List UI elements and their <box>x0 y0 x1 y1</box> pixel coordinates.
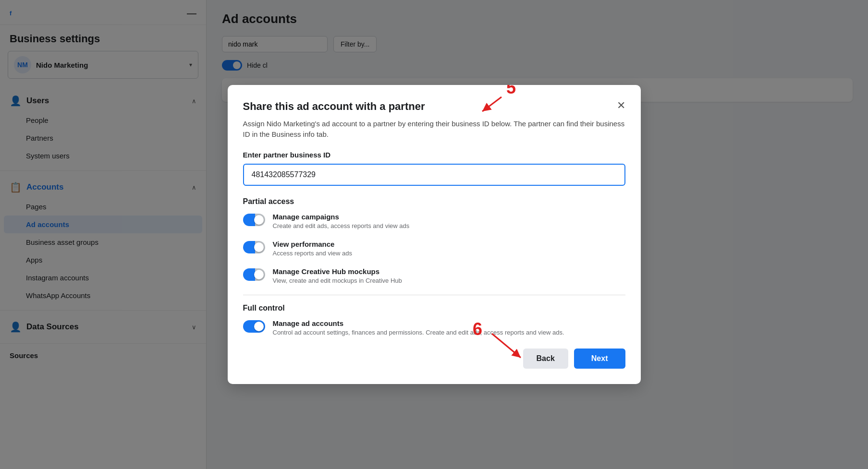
modal-description: Assign Nido Marketing's ad account to a … <box>243 119 625 140</box>
manage-campaigns-name: Manage campaigns <box>273 213 625 221</box>
manage-ad-accounts-toggle[interactable] <box>243 320 265 333</box>
partner-id-input[interactable] <box>243 164 625 186</box>
modal-overlay: 5 6 Share this ad account with a partner… <box>0 0 868 469</box>
modal-header: Share this ad account with a partner ✕ <box>243 100 625 113</box>
manage-creative-hub-text: Manage Creative Hub mockups View, create… <box>273 267 625 285</box>
back-button[interactable]: Back <box>523 349 568 369</box>
next-button[interactable]: Next <box>574 349 625 369</box>
manage-ad-accounts-desc: Control ad account settings, finances an… <box>273 328 625 337</box>
manage-campaigns-item: Manage campaigns Create and edit ads, ac… <box>243 213 625 230</box>
manage-ad-accounts-text: Manage ad accounts Control ad account se… <box>273 319 625 337</box>
partner-id-label: Enter partner business ID <box>243 151 625 159</box>
modal-footer: Back Next <box>243 349 625 369</box>
view-performance-item: View performance Access reports and view… <box>243 240 625 258</box>
manage-creative-hub-desc: View, create and edit mockups in Creativ… <box>273 277 625 285</box>
modal-title: Share this ad account with a partner <box>243 100 425 113</box>
manage-creative-hub-item: Manage Creative Hub mockups View, create… <box>243 267 625 285</box>
manage-campaigns-text: Manage campaigns Create and edit ads, ac… <box>273 213 625 230</box>
view-performance-desc: Access reports and view ads <box>273 249 625 258</box>
view-performance-toggle[interactable] <box>243 241 265 253</box>
manage-campaigns-toggle[interactable] <box>243 214 265 226</box>
manage-ad-accounts-item: Manage ad accounts Control ad account se… <box>243 319 625 337</box>
partial-access-title: Partial access <box>243 197 625 206</box>
svg-text:5: 5 <box>506 85 516 97</box>
manage-creative-hub-toggle[interactable] <box>243 268 265 281</box>
full-control-title: Full control <box>243 304 625 313</box>
arrow-manage-campaigns <box>228 213 232 232</box>
view-performance-name: View performance <box>273 240 625 248</box>
manage-campaigns-desc: Create and edit ads, access reports and … <box>273 222 625 230</box>
manage-creative-hub-name: Manage Creative Hub mockups <box>273 267 625 276</box>
manage-ad-accounts-name: Manage ad accounts <box>273 319 625 327</box>
modal: 5 6 Share this ad account with a partner… <box>228 85 641 385</box>
modal-close-button[interactable]: ✕ <box>617 100 625 111</box>
view-performance-text: View performance Access reports and view… <box>273 240 625 258</box>
